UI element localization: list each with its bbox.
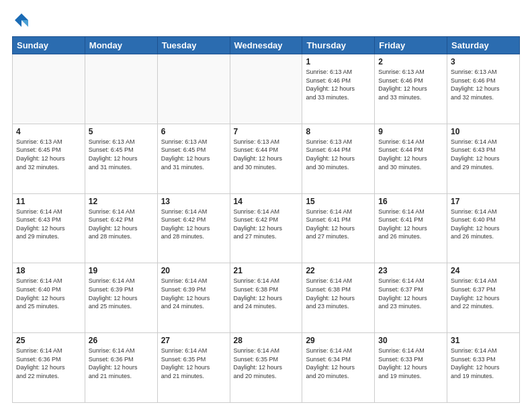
day-info: Sunrise: 6:14 AM Sunset: 6:43 PM Dayligh…: [451, 138, 516, 171]
calendar-cell: 31Sunrise: 6:14 AM Sunset: 6:33 PM Dayli…: [447, 333, 520, 403]
day-info: Sunrise: 6:14 AM Sunset: 6:34 PM Dayligh…: [306, 347, 371, 380]
day-number: 16: [378, 197, 443, 206]
calendar-cell: 24Sunrise: 6:14 AM Sunset: 6:37 PM Dayli…: [447, 263, 520, 333]
day-info: Sunrise: 6:14 AM Sunset: 6:33 PM Dayligh…: [378, 347, 443, 380]
day-number: 23: [378, 266, 443, 275]
page: SundayMondayTuesdayWednesdayThursdayFrid…: [0, 0, 532, 411]
calendar-cell: 8Sunrise: 6:13 AM Sunset: 6:44 PM Daylig…: [302, 124, 375, 193]
day-number: 6: [161, 127, 226, 136]
day-info: Sunrise: 6:14 AM Sunset: 6:41 PM Dayligh…: [378, 208, 443, 241]
logo: [12, 11, 34, 30]
day-info: Sunrise: 6:13 AM Sunset: 6:46 PM Dayligh…: [306, 68, 371, 101]
calendar-cell: 21Sunrise: 6:14 AM Sunset: 6:38 PM Dayli…: [230, 263, 302, 333]
calendar-cell: 28Sunrise: 6:14 AM Sunset: 6:35 PM Dayli…: [230, 333, 302, 403]
day-number: 19: [89, 266, 154, 275]
calendar-week-4: 18Sunrise: 6:14 AM Sunset: 6:40 PM Dayli…: [13, 263, 520, 333]
day-info: Sunrise: 6:13 AM Sunset: 6:46 PM Dayligh…: [378, 68, 443, 101]
day-number: 13: [161, 197, 226, 206]
day-info: Sunrise: 6:14 AM Sunset: 6:35 PM Dayligh…: [234, 347, 299, 380]
day-number: 5: [89, 127, 154, 136]
calendar-cell: 5Sunrise: 6:13 AM Sunset: 6:45 PM Daylig…: [85, 124, 157, 193]
day-info: Sunrise: 6:13 AM Sunset: 6:45 PM Dayligh…: [161, 138, 226, 171]
day-number: 20: [161, 266, 226, 275]
calendar-cell: 11Sunrise: 6:14 AM Sunset: 6:43 PM Dayli…: [13, 193, 85, 263]
day-info: Sunrise: 6:14 AM Sunset: 6:40 PM Dayligh…: [16, 277, 81, 310]
calendar-cell: [13, 54, 85, 124]
calendar-cell: 27Sunrise: 6:14 AM Sunset: 6:35 PM Dayli…: [157, 333, 230, 403]
calendar-cell: 20Sunrise: 6:14 AM Sunset: 6:39 PM Dayli…: [157, 263, 230, 333]
day-info: Sunrise: 6:14 AM Sunset: 6:42 PM Dayligh…: [234, 208, 299, 241]
day-info: Sunrise: 6:13 AM Sunset: 6:44 PM Dayligh…: [306, 138, 371, 171]
day-info: Sunrise: 6:14 AM Sunset: 6:44 PM Dayligh…: [378, 138, 443, 171]
calendar-cell: 15Sunrise: 6:14 AM Sunset: 6:41 PM Dayli…: [302, 193, 375, 263]
day-number: 2: [378, 57, 443, 66]
weekday-header-tuesday: Tuesday: [157, 37, 230, 54]
day-number: 30: [378, 336, 443, 345]
day-info: Sunrise: 6:14 AM Sunset: 6:42 PM Dayligh…: [161, 208, 226, 241]
day-info: Sunrise: 6:14 AM Sunset: 6:37 PM Dayligh…: [378, 277, 443, 310]
calendar-cell: 13Sunrise: 6:14 AM Sunset: 6:42 PM Dayli…: [157, 193, 230, 263]
day-info: Sunrise: 6:14 AM Sunset: 6:43 PM Dayligh…: [16, 208, 81, 241]
day-number: 29: [306, 336, 371, 345]
day-number: 8: [306, 127, 371, 136]
day-number: 31: [451, 336, 516, 345]
weekday-header-wednesday: Wednesday: [230, 37, 302, 54]
calendar-cell: [230, 54, 302, 124]
calendar-cell: 2Sunrise: 6:13 AM Sunset: 6:46 PM Daylig…: [375, 54, 447, 124]
logo-icon: [12, 11, 31, 30]
day-number: 26: [89, 336, 154, 345]
weekday-header-friday: Friday: [375, 37, 447, 54]
day-number: 24: [451, 266, 516, 275]
calendar-cell: 14Sunrise: 6:14 AM Sunset: 6:42 PM Dayli…: [230, 193, 302, 263]
weekday-header-saturday: Saturday: [447, 37, 520, 54]
calendar-cell: 10Sunrise: 6:14 AM Sunset: 6:43 PM Dayli…: [447, 124, 520, 193]
calendar-cell: [85, 54, 157, 124]
calendar-cell: 26Sunrise: 6:14 AM Sunset: 6:36 PM Dayli…: [85, 333, 157, 403]
calendar-cell: 1Sunrise: 6:13 AM Sunset: 6:46 PM Daylig…: [302, 54, 375, 124]
day-info: Sunrise: 6:13 AM Sunset: 6:46 PM Dayligh…: [451, 68, 516, 101]
day-info: Sunrise: 6:14 AM Sunset: 6:35 PM Dayligh…: [161, 347, 226, 380]
calendar-cell: 17Sunrise: 6:14 AM Sunset: 6:40 PM Dayli…: [447, 193, 520, 263]
day-number: 11: [16, 197, 81, 206]
day-number: 25: [16, 336, 81, 345]
calendar-header-row: SundayMondayTuesdayWednesdayThursdayFrid…: [13, 37, 520, 54]
day-info: Sunrise: 6:14 AM Sunset: 6:42 PM Dayligh…: [89, 208, 154, 241]
day-number: 27: [161, 336, 226, 345]
calendar-week-5: 25Sunrise: 6:14 AM Sunset: 6:36 PM Dayli…: [13, 333, 520, 403]
day-number: 28: [234, 336, 299, 345]
day-info: Sunrise: 6:14 AM Sunset: 6:40 PM Dayligh…: [451, 208, 516, 241]
day-number: 3: [451, 57, 516, 66]
calendar-cell: 25Sunrise: 6:14 AM Sunset: 6:36 PM Dayli…: [13, 333, 85, 403]
weekday-header-monday: Monday: [85, 37, 157, 54]
day-number: 18: [16, 266, 81, 275]
calendar-cell: 29Sunrise: 6:14 AM Sunset: 6:34 PM Dayli…: [302, 333, 375, 403]
day-info: Sunrise: 6:13 AM Sunset: 6:45 PM Dayligh…: [16, 138, 81, 171]
day-info: Sunrise: 6:14 AM Sunset: 6:38 PM Dayligh…: [306, 277, 371, 310]
calendar-cell: 12Sunrise: 6:14 AM Sunset: 6:42 PM Dayli…: [85, 193, 157, 263]
day-info: Sunrise: 6:14 AM Sunset: 6:33 PM Dayligh…: [451, 347, 516, 380]
day-number: 14: [234, 197, 299, 206]
day-number: 1: [306, 57, 371, 66]
calendar-table: SundayMondayTuesdayWednesdayThursdayFrid…: [12, 36, 520, 403]
day-number: 9: [378, 127, 443, 136]
calendar-cell: 4Sunrise: 6:13 AM Sunset: 6:45 PM Daylig…: [13, 124, 85, 193]
day-info: Sunrise: 6:14 AM Sunset: 6:38 PM Dayligh…: [234, 277, 299, 310]
header: [12, 11, 520, 30]
calendar-week-3: 11Sunrise: 6:14 AM Sunset: 6:43 PM Dayli…: [13, 193, 520, 263]
day-info: Sunrise: 6:13 AM Sunset: 6:45 PM Dayligh…: [89, 138, 154, 171]
weekday-header-sunday: Sunday: [13, 37, 85, 54]
day-number: 15: [306, 197, 371, 206]
day-number: 10: [451, 127, 516, 136]
weekday-header-thursday: Thursday: [302, 37, 375, 54]
calendar-week-2: 4Sunrise: 6:13 AM Sunset: 6:45 PM Daylig…: [13, 124, 520, 193]
calendar-cell: 22Sunrise: 6:14 AM Sunset: 6:38 PM Dayli…: [302, 263, 375, 333]
calendar-cell: 30Sunrise: 6:14 AM Sunset: 6:33 PM Dayli…: [375, 333, 447, 403]
day-number: 7: [234, 127, 299, 136]
day-info: Sunrise: 6:14 AM Sunset: 6:39 PM Dayligh…: [161, 277, 226, 310]
calendar-cell: 16Sunrise: 6:14 AM Sunset: 6:41 PM Dayli…: [375, 193, 447, 263]
day-number: 21: [234, 266, 299, 275]
calendar-cell: [157, 54, 230, 124]
calendar-cell: 18Sunrise: 6:14 AM Sunset: 6:40 PM Dayli…: [13, 263, 85, 333]
day-number: 17: [451, 197, 516, 206]
calendar-cell: 23Sunrise: 6:14 AM Sunset: 6:37 PM Dayli…: [375, 263, 447, 333]
